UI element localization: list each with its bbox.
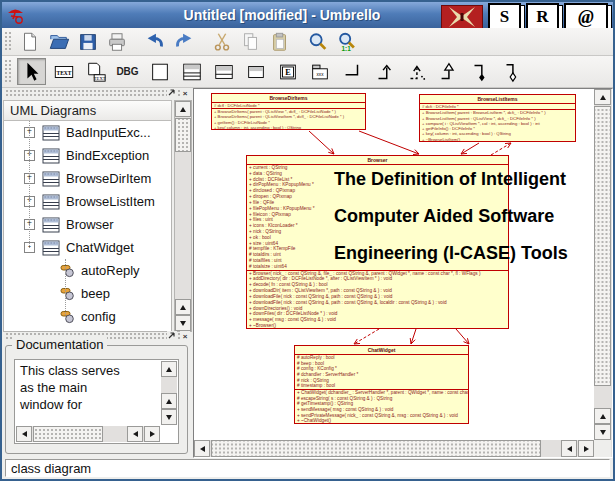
undo-button[interactable] xyxy=(142,29,168,55)
aggregation-tool-button[interactable] xyxy=(497,58,526,85)
generalization-icon xyxy=(437,61,459,83)
tree-item-label: BrowseListItem xyxy=(66,194,155,209)
zoom-find-button[interactable] xyxy=(305,29,331,55)
class-icon xyxy=(181,61,203,83)
emblem-at-button[interactable]: @ xyxy=(564,3,608,31)
interface-tool-button[interactable] xyxy=(209,58,238,85)
select-tool-button[interactable] xyxy=(17,58,46,85)
svg-text:1:1: 1:1 xyxy=(342,45,352,52)
documentation-hscrollbar[interactable] xyxy=(16,426,160,442)
diagram-floating-text[interactable]: The Definition of IntelligentComputer Ai… xyxy=(334,161,568,272)
emblem-crest-button[interactable] xyxy=(441,5,483,29)
diagram-canvas-frame: BrowseDirItems# dcfl : DCFileListNode *+… xyxy=(193,88,613,458)
copy-button[interactable] xyxy=(238,29,264,55)
uni-association-tool-button[interactable] xyxy=(369,58,398,85)
class-icon xyxy=(42,125,60,141)
canvas-hscrollbar[interactable] xyxy=(194,440,594,457)
scroll-left-button[interactable] xyxy=(127,426,143,442)
scroll-up-button[interactable] xyxy=(594,408,611,424)
cut-icon xyxy=(211,31,233,53)
text-tool-button[interactable]: TEXT xyxy=(49,58,78,85)
tree-scrollbar[interactable] xyxy=(174,100,192,332)
debug-tool-label: DBG xyxy=(116,66,138,77)
package-icon: xxx xyxy=(309,61,331,83)
note-tool-button[interactable]: TEXT xyxy=(81,58,110,85)
documentation-vscrollbar[interactable] xyxy=(161,361,177,425)
uml-operation: + BrowseDirItems( parent : QListViewItem… xyxy=(212,114,365,119)
generalization-tool-button[interactable] xyxy=(433,58,462,85)
tree-header[interactable]: UML Diagrams xyxy=(3,100,172,121)
scroll-up-button[interactable] xyxy=(175,101,191,117)
toolbar-drag-handle[interactable] xyxy=(4,31,11,53)
text-icon: TEXT xyxy=(53,61,75,83)
tree-item-label: autoReply xyxy=(81,263,140,278)
scroll-down-button[interactable] xyxy=(161,409,177,425)
zoom-original-button[interactable]: 1:1 xyxy=(334,29,360,55)
tree-item-beep[interactable]: beep xyxy=(4,282,171,305)
uml-class-browsediritems[interactable]: BrowseDirItems# dcfl : DCFileListNode *+… xyxy=(211,93,366,130)
diagram-floating-text-line: The Definition of Intelligent xyxy=(334,161,568,198)
scroll-up-button[interactable] xyxy=(175,299,191,315)
datatype-tool-button[interactable] xyxy=(241,58,270,85)
dock-close-button[interactable]: × xyxy=(180,331,190,341)
scroll-thumb[interactable] xyxy=(175,118,191,152)
zoom-find-icon xyxy=(307,31,329,53)
debug-tool-button[interactable]: DBG xyxy=(113,58,142,85)
dependency-tool-button[interactable] xyxy=(401,58,430,85)
print-button[interactable] xyxy=(104,29,130,55)
composition-tool-button[interactable] xyxy=(465,58,494,85)
documentation-dock: × This class serves as the main window f… xyxy=(3,332,192,456)
scroll-down-button[interactable] xyxy=(175,315,191,331)
titlebar[interactable]: Untitled [modified] - Umbrello SR@ xyxy=(2,2,613,28)
scroll-left-button[interactable] xyxy=(561,440,577,457)
scroll-thumb[interactable] xyxy=(594,106,611,386)
dock-drag-handle[interactable] xyxy=(5,89,190,97)
toolbar-drag-handle[interactable] xyxy=(4,59,11,84)
uml-class-browselistitems[interactable]: BrowseListItems# dcfi : DCFileInfo *+ Br… xyxy=(419,94,576,142)
cut-button[interactable] xyxy=(209,29,235,55)
dock-float-button[interactable] xyxy=(167,88,177,98)
scroll-up-button[interactable] xyxy=(161,361,177,377)
dock-close-button[interactable]: × xyxy=(180,88,190,98)
main-toolbar-items: 1:1 xyxy=(17,29,360,55)
save-icon xyxy=(77,31,99,53)
redo-button[interactable] xyxy=(171,29,197,55)
box-tool-button[interactable] xyxy=(145,58,174,85)
tree-guide-line xyxy=(29,121,30,248)
enum-tool-button[interactable]: E xyxy=(273,58,302,85)
scroll-thumb[interactable] xyxy=(211,440,541,457)
class-tool-button[interactable] xyxy=(177,58,206,85)
copy-icon xyxy=(240,31,262,53)
scrollbar-corner xyxy=(594,440,611,457)
umbrello-window: Untitled [modified] - Umbrello SR@ 1:1 T… xyxy=(0,0,615,481)
uml-class-chatwidget[interactable]: ChatWidget# autoReply : bool# beep : boo… xyxy=(294,345,469,424)
tree-item-autoreply[interactable]: autoReply xyxy=(4,259,171,282)
scroll-left-button[interactable] xyxy=(194,440,210,457)
scroll-right-button[interactable] xyxy=(144,426,160,442)
uml-class-name: ChatWidget xyxy=(295,346,468,355)
documentation-group: This class serves as the main window for xyxy=(5,345,188,454)
association-tool-button[interactable] xyxy=(337,58,366,85)
open-document-button[interactable] xyxy=(46,29,72,55)
scroll-up-button[interactable] xyxy=(594,89,611,105)
package-tool-button[interactable]: xxx xyxy=(305,58,334,85)
emblem-r-button[interactable]: R xyxy=(526,3,559,31)
tree-item-label: BadInputExc... xyxy=(66,125,151,140)
print-icon xyxy=(106,31,128,53)
scroll-right-button[interactable] xyxy=(578,440,594,457)
scroll-thumb[interactable] xyxy=(33,426,103,442)
diagram-canvas[interactable]: BrowseDirItems# dcfl : DCFileListNode *+… xyxy=(194,89,594,440)
canvas-vscrollbar[interactable] xyxy=(594,89,611,440)
documentation-textarea[interactable]: This class serves as the main window for xyxy=(14,359,179,444)
paste-button[interactable] xyxy=(267,29,293,55)
dock-float-button[interactable] xyxy=(167,331,177,341)
scroll-left-button[interactable] xyxy=(16,426,32,442)
class-icon xyxy=(42,194,60,210)
scroll-up-button[interactable] xyxy=(161,393,177,409)
save-button[interactable] xyxy=(75,29,101,55)
documentation-group-label: Documentation xyxy=(12,337,107,352)
emblem-s-button[interactable]: S xyxy=(488,3,521,31)
scroll-down-button[interactable] xyxy=(594,424,611,440)
tree-item-config[interactable]: config xyxy=(4,305,171,328)
new-document-button[interactable] xyxy=(17,29,43,55)
